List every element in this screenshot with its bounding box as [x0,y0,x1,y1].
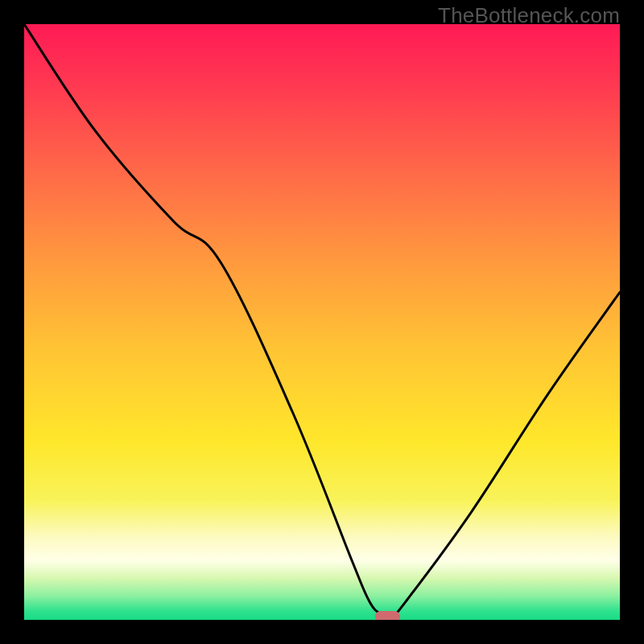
bottleneck-curve [24,24,620,620]
plot-area [24,24,620,620]
chart-frame: TheBottleneck.com [0,0,644,644]
optimal-point-marker [375,611,400,620]
